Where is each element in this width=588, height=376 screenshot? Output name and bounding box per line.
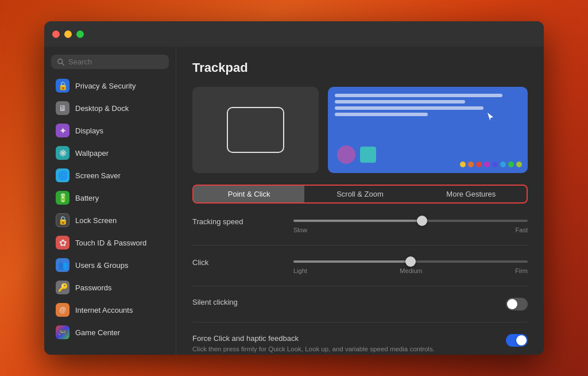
tabs-bar: Point & Click Scroll & Zoom More Gesture… bbox=[192, 185, 528, 204]
trackpad-shape bbox=[227, 107, 284, 153]
click-fill bbox=[293, 260, 411, 263]
divider-2 bbox=[192, 286, 528, 286]
window-content: 🔒 Privacy & Security 🖥 Desktop & Dock ✦ … bbox=[44, 47, 544, 355]
tracking-speed-labels: Slow Fast bbox=[293, 227, 528, 233]
gesture-circle bbox=[337, 145, 355, 164]
battery-icon: 🔋 bbox=[56, 191, 69, 205]
sidebar-item-users-groups[interactable]: 👥 Users & Groups bbox=[48, 254, 172, 276]
sidebar-item-desktop-dock[interactable]: 🖥 Desktop & Dock bbox=[48, 97, 172, 119]
sidebar-item-label: Users & Groups bbox=[75, 261, 128, 270]
preview-area bbox=[192, 87, 528, 173]
tab-scroll-zoom[interactable]: Scroll & Zoom bbox=[304, 186, 415, 202]
gesture-preview-inner bbox=[328, 87, 528, 173]
sidebar-item-passwords[interactable]: 🔑 Passwords bbox=[48, 277, 172, 298]
divider-3 bbox=[192, 322, 528, 323]
gesture-line bbox=[335, 100, 465, 103]
tracking-speed-track bbox=[293, 220, 528, 222]
sidebar-item-battery[interactable]: 🔋 Battery bbox=[48, 187, 172, 209]
main-content: Trackpad bbox=[176, 47, 544, 355]
search-input[interactable] bbox=[68, 57, 163, 66]
sidebar-item-privacy-security[interactable]: 🔒 Privacy & Security bbox=[48, 75, 172, 97]
click-mid: Medium bbox=[400, 267, 422, 274]
sidebar-item-wallpaper[interactable]: ❋ Wallpaper bbox=[48, 142, 172, 164]
tracking-speed-control: Slow Fast bbox=[293, 216, 528, 233]
color-dot bbox=[508, 162, 514, 167]
sidebar-item-label: Privacy & Security bbox=[75, 82, 136, 90]
silent-clicking-row: Silent clicking bbox=[192, 298, 528, 310]
click-labels: Light Medium Firm bbox=[293, 267, 528, 274]
desktop-dock-icon: 🖥 bbox=[56, 101, 69, 115]
gesture-line bbox=[335, 113, 428, 116]
color-dot bbox=[516, 162, 522, 167]
maximize-button[interactable] bbox=[76, 30, 84, 38]
click-row: Click Light Medium Firm bbox=[192, 257, 528, 274]
divider-1 bbox=[192, 245, 528, 245]
tracking-speed-label: Tracking speed bbox=[192, 216, 284, 226]
svg-line-1 bbox=[62, 63, 64, 65]
tracking-speed-row: Tracking speed Slow Fast bbox=[192, 216, 528, 233]
color-dot bbox=[468, 162, 474, 167]
sidebar-item-label: Touch ID & Password bbox=[75, 239, 146, 247]
search-icon bbox=[57, 58, 65, 66]
click-thumb[interactable] bbox=[405, 256, 416, 267]
silent-clicking-text: Silent clicking bbox=[192, 298, 497, 306]
search-bar[interactable] bbox=[51, 55, 169, 69]
privacy-security-icon: 🔒 bbox=[56, 79, 69, 93]
sidebar-item-label: Desktop & Dock bbox=[75, 104, 129, 113]
title-bar bbox=[44, 21, 544, 47]
force-click-sublabel: Click then press firmly for Quick Look, … bbox=[192, 344, 497, 354]
sidebar-item-label: Displays bbox=[75, 126, 103, 135]
color-dot bbox=[484, 162, 490, 167]
minimize-button[interactable] bbox=[64, 30, 72, 38]
tracking-speed-thumb[interactable] bbox=[417, 216, 427, 226]
click-max: Firm bbox=[515, 267, 528, 274]
tab-more-gestures[interactable]: More Gestures bbox=[416, 186, 527, 202]
screen-saver-icon: 🌀 bbox=[56, 168, 69, 182]
settings-section: Tracking speed Slow Fast bbox=[192, 216, 528, 354]
gesture-lines bbox=[335, 94, 521, 116]
sidebar-item-screen-saver[interactable]: 🌀 Screen Saver bbox=[48, 164, 172, 186]
trackpad-preview bbox=[192, 87, 319, 173]
sidebar-item-label: Internet Accounts bbox=[75, 306, 133, 314]
tab-point-click[interactable]: Point & Click bbox=[194, 186, 304, 202]
wallpaper-icon: ❋ bbox=[56, 146, 69, 160]
tracking-speed-slider-container: Slow Fast bbox=[293, 216, 528, 233]
traffic-lights bbox=[52, 30, 84, 38]
sidebar-item-label: Lock Screen bbox=[75, 216, 117, 225]
sidebar-item-lock-screen[interactable]: 🔒 Lock Screen bbox=[48, 209, 172, 231]
sidebar: 🔒 Privacy & Security 🖥 Desktop & Dock ✦ … bbox=[44, 47, 176, 355]
sidebar-item-label: Battery bbox=[75, 194, 99, 202]
force-click-text: Force Click and haptic feedback Click th… bbox=[192, 334, 497, 354]
tracking-speed-fill bbox=[293, 220, 422, 222]
force-click-toggle[interactable] bbox=[506, 334, 528, 347]
displays-icon: ✦ bbox=[56, 124, 69, 137]
sidebar-item-touch-id[interactable]: ✿ Touch ID & Password bbox=[48, 232, 172, 254]
gesture-preview bbox=[328, 87, 528, 173]
color-dot bbox=[492, 162, 498, 167]
click-control: Light Medium Firm bbox=[293, 257, 528, 274]
color-dot bbox=[476, 162, 482, 167]
silent-clicking-toggle[interactable] bbox=[506, 298, 528, 310]
gesture-line bbox=[335, 106, 483, 110]
force-click-toggle-knob bbox=[516, 335, 527, 346]
lock-screen-icon: 🔒 bbox=[56, 213, 69, 227]
passwords-icon: 🔑 bbox=[56, 281, 69, 294]
gesture-shapes bbox=[337, 145, 376, 164]
sidebar-item-label: Passwords bbox=[75, 283, 112, 292]
color-dot bbox=[460, 162, 466, 167]
force-click-label: Force Click and haptic feedback bbox=[192, 334, 497, 343]
sidebar-item-label: Screen Saver bbox=[75, 171, 121, 180]
click-slider-container: Light Medium Firm bbox=[293, 257, 528, 274]
users-groups-icon: 👥 bbox=[56, 258, 69, 272]
system-preferences-window: 🔒 Privacy & Security 🖥 Desktop & Dock ✦ … bbox=[44, 21, 544, 355]
sidebar-item-game-center[interactable]: 🎮 Game Center bbox=[48, 321, 172, 343]
silent-clicking-label: Silent clicking bbox=[192, 298, 497, 306]
click-track bbox=[293, 260, 528, 263]
click-label: Click bbox=[192, 257, 284, 267]
sidebar-item-label: Game Center bbox=[75, 328, 120, 337]
close-button[interactable] bbox=[52, 30, 60, 38]
color-dot bbox=[500, 162, 506, 167]
color-dots bbox=[460, 162, 522, 167]
sidebar-item-displays[interactable]: ✦ Displays bbox=[48, 120, 172, 141]
sidebar-item-internet-accounts[interactable]: @ Internet Accounts bbox=[48, 299, 172, 321]
